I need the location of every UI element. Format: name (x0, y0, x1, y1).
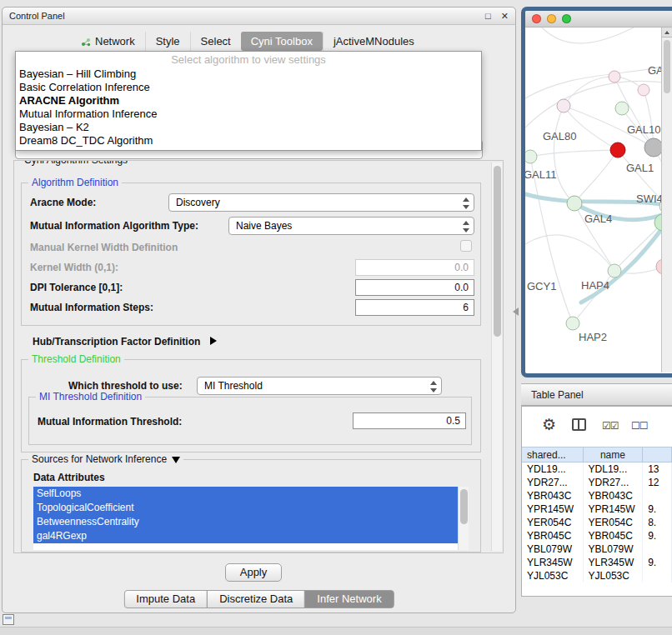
algorithm-option-bayesian-k2[interactable]: Bayesian – K2 (16, 121, 481, 134)
table-row[interactable]: YBR045CYBR045C9. (522, 529, 672, 542)
aracne-mode-select[interactable]: Discovery (168, 193, 474, 212)
table-cell[interactable]: YDR27... (522, 476, 584, 489)
algorithm-option-aracne-algorithm[interactable]: ARACNE Algorithm (16, 94, 481, 108)
network-edge[interactable] (554, 106, 574, 203)
which-threshold-select[interactable]: MI Threshold (197, 377, 442, 395)
bottom-tab-discretize-data[interactable]: Discretize Data (207, 590, 305, 608)
table-cell[interactable]: YER054C (522, 516, 584, 529)
hub-definition-toggle[interactable]: Hub/Transcription Factor Definition (33, 336, 217, 348)
table-cell[interactable]: YPR145W (584, 502, 644, 516)
network-node[interactable] (609, 71, 620, 82)
select-all-icon[interactable]: ☑☑ (602, 420, 619, 432)
network-edge[interactable] (525, 235, 614, 271)
attribute-item-topologicalcoefficient[interactable]: TopologicalCoefficient (33, 501, 458, 515)
table-cell[interactable]: 8. (643, 516, 672, 529)
mi-steps-field[interactable]: 6 (355, 299, 474, 316)
table-cell[interactable]: YPR145W (522, 502, 584, 516)
settings-scrollbar[interactable] (491, 162, 502, 551)
table-row[interactable]: YBR043CYBR043C (522, 489, 672, 502)
network-node[interactable] (608, 264, 621, 278)
table-cell[interactable]: YDR27... (584, 476, 644, 489)
restore-window-icon[interactable]: □ (485, 11, 491, 21)
manual-kernel-checkbox[interactable] (460, 240, 472, 252)
splitter-collapse-arrow[interactable] (513, 308, 519, 316)
algorithm-option-bayesian-hill-climbing[interactable]: Bayesian – Hill Climbing (16, 68, 481, 81)
table-row[interactable]: YDL19...YDL19...13 (522, 462, 672, 476)
table-cell[interactable]: 9. (643, 556, 672, 569)
table-cell[interactable]: YDL19... (584, 462, 644, 476)
attribute-item-betweennesscentrality[interactable]: BetweennessCentrality (33, 515, 458, 529)
table-cell[interactable] (643, 569, 672, 582)
column-header-2[interactable] (643, 448, 672, 462)
table-cell[interactable] (643, 489, 672, 502)
algorithm-option-dream8-dc-tdc-algorithm[interactable]: Dream8 DC_TDC Algorithm (16, 134, 481, 148)
table-cell[interactable]: YBR043C (584, 489, 644, 502)
mi-threshold-field[interactable]: 0.5 (353, 412, 466, 429)
table-row[interactable]: YJL053CYJL053C (522, 569, 672, 582)
close-traffic-light-icon[interactable] (532, 14, 541, 23)
network-node[interactable] (567, 196, 582, 211)
close-window-icon[interactable]: ✕ (501, 11, 509, 21)
apply-button[interactable]: Apply (225, 563, 282, 582)
network-scrollbar[interactable] (661, 28, 672, 372)
network-canvas[interactable]: GAL80GALGAL10GAL11GAL1SWI4GAL4GCY1HAP4HA… (525, 28, 672, 372)
zoom-traffic-light-icon[interactable] (562, 14, 571, 23)
table-cell[interactable]: 12 (643, 476, 672, 489)
columns-icon[interactable] (572, 418, 586, 431)
bottom-tab-impute-data[interactable]: Impute Data (123, 590, 208, 608)
table-cell[interactable]: YBR043C (522, 489, 584, 502)
bottom-tab-infer-network[interactable]: Infer Network (304, 590, 394, 608)
table-cell[interactable]: YJL053C (522, 569, 584, 582)
table-cell[interactable]: YLR345W (584, 556, 644, 569)
network-node[interactable] (610, 142, 625, 158)
tab-network[interactable]: Network (71, 32, 145, 51)
table-cell[interactable]: YBL079W (522, 542, 584, 556)
column-header-name[interactable]: name (584, 448, 644, 462)
table-row[interactable]: YLR345WYLR345W9. (522, 556, 672, 569)
table-panel-header[interactable]: Table Panel (521, 383, 672, 406)
table-cell[interactable]: YBR045C (522, 529, 584, 542)
table-cell[interactable]: YLR345W (522, 556, 584, 569)
table-cell[interactable]: YJL053C (584, 569, 644, 582)
table-row[interactable]: YBL079WYBL079W (522, 542, 672, 556)
network-edge[interactable] (530, 150, 618, 157)
network-edge[interactable] (574, 150, 618, 203)
attribute-item-selfloops[interactable]: SelfLoops (33, 487, 458, 501)
table-row[interactable]: YER054CYER054C8. (522, 516, 672, 529)
algorithm-option-basic-correlation-inference[interactable]: Basic Correlation Inference (16, 81, 481, 94)
column-header-shared[interactable]: shared... (522, 448, 584, 462)
gear-icon[interactable]: ⚙ (542, 415, 556, 434)
attribute-item-gal4rgexp[interactable]: gal4RGexp (33, 529, 458, 543)
tab-cyni-toolbox[interactable]: Cyni Toolbox (241, 32, 323, 51)
deselect-all-icon[interactable]: ☐☐ (631, 420, 648, 432)
dpi-tolerance-field[interactable]: 0.0 (355, 279, 474, 296)
scroll-up-arrow-icon[interactable] (662, 28, 672, 38)
network-edge[interactable] (564, 106, 618, 150)
minimize-traffic-light-icon[interactable] (547, 14, 556, 23)
network-edge[interactable] (542, 28, 634, 43)
network-window-titlebar[interactable] (525, 11, 672, 28)
table-cell[interactable]: 9. (643, 529, 672, 542)
table-cell[interactable]: 13 (643, 462, 672, 476)
table-row[interactable]: YPR145WYPR145W9. (522, 502, 672, 516)
network-node[interactable] (557, 99, 570, 112)
network-node[interactable] (638, 84, 649, 96)
network-edge[interactable] (614, 222, 663, 271)
algorithm-option-mutual-information-inference[interactable]: Mutual Information Inference (16, 108, 481, 121)
collapsed-panel-icon[interactable] (3, 614, 14, 625)
network-node[interactable] (566, 317, 579, 330)
network-node[interactable] (644, 138, 663, 157)
mi-type-select[interactable]: Naive Bayes (228, 217, 474, 235)
table-cell[interactable]: YER054C (584, 516, 644, 529)
table-row[interactable]: YDR27...YDR27...12 (522, 476, 672, 489)
tab-select[interactable]: Select (190, 32, 241, 51)
table-cell[interactable]: YBR045C (584, 529, 644, 542)
network-node[interactable] (615, 102, 629, 115)
attributes-scrollbar[interactable] (458, 487, 469, 550)
control-panel-titlebar[interactable]: Control Panel □ ✕ (3, 8, 515, 25)
tab-style[interactable]: Style (145, 32, 190, 51)
table-cell[interactable]: 9. (643, 502, 672, 516)
tab-jactivemnodules[interactable]: jActiveMNodules (323, 32, 424, 51)
table-cell[interactable]: YDL19... (522, 462, 584, 476)
network-node[interactable] (525, 150, 537, 163)
